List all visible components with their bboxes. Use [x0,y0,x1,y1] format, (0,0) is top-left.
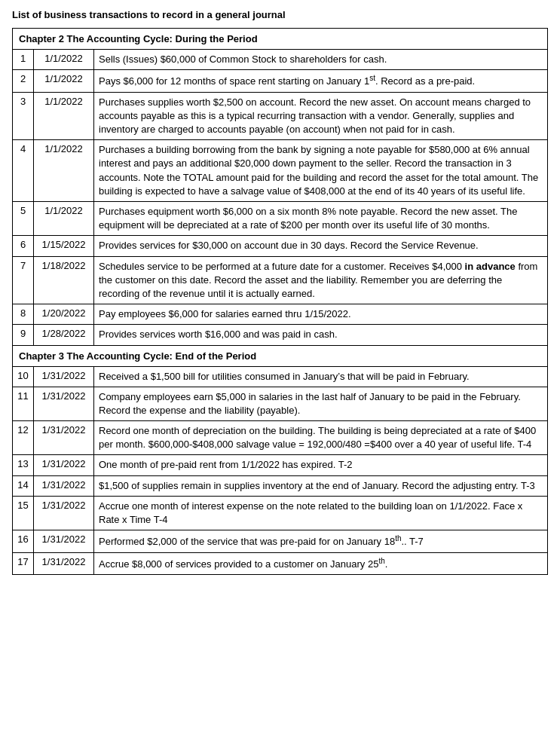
row-description: Performed $2,000 of the service that was… [94,530,548,553]
row-description: Accrue one month of interest expense on … [94,496,548,530]
row-description: Purchases a building borrowing from the … [94,140,548,202]
table-row: 11/1/2022Sells (Issues) $60,000 of Commo… [13,50,548,70]
row-number: 7 [13,256,34,304]
row-number: 13 [13,455,34,475]
row-number: 6 [13,236,34,256]
row-date: 1/20/2022 [34,304,94,325]
row-number: 15 [13,496,34,530]
table-row: 71/18/2022Schedules service to be perfor… [13,256,548,304]
table-row: 111/31/2022Company employees earn $5,000… [13,387,548,420]
row-number: 2 [13,70,34,93]
table-row: 121/31/2022Record one month of depreciat… [13,421,548,455]
table-row: 171/31/2022Accrue $8,000 of services pro… [13,552,548,575]
row-description: Provides services for $30,000 on account… [94,236,548,256]
row-description: Purchases supplies worth $2,500 on accou… [94,92,548,140]
row-description: Provides services worth $16,000 and was … [94,325,548,345]
row-date: 1/31/2022 [34,475,94,496]
transactions-table: Chapter 2 The Accounting Cycle: During t… [12,28,548,575]
row-date: 1/1/2022 [34,70,94,93]
row-number: 8 [13,304,34,325]
row-date: 1/1/2022 [34,140,94,202]
chapter-header-1: Chapter 2 The Accounting Cycle: During t… [13,29,548,50]
table-row: 131/31/2022One month of pre-paid rent fr… [13,455,548,475]
row-description: Pay employees $6,000 for salaries earned… [94,304,548,325]
chapter-title-2: Chapter 3 The Accounting Cycle: End of t… [13,345,548,366]
row-date: 1/1/2022 [34,92,94,140]
table-row: 21/1/2022Pays $6,000 for 12 months of sp… [13,70,548,93]
row-date: 1/31/2022 [34,366,94,387]
row-date: 1/31/2022 [34,421,94,455]
table-row: 91/28/2022Provides services worth $16,00… [13,325,548,345]
row-number: 10 [13,366,34,387]
table-row: 31/1/2022Purchases supplies worth $2,500… [13,92,548,140]
row-date: 1/18/2022 [34,256,94,304]
row-description: Pays $6,000 for 12 months of space rent … [94,70,548,93]
row-date: 1/1/2022 [34,202,94,236]
row-description: $1,500 of supplies remain in supplies in… [94,475,548,496]
row-date: 1/31/2022 [34,455,94,475]
row-description: Purchases equipment worth $6,000 on a si… [94,202,548,236]
row-date: 1/1/2022 [34,50,94,70]
row-description: Schedules service to be performed at a f… [94,256,548,304]
row-number: 3 [13,92,34,140]
table-row: 161/31/2022Performed $2,000 of the servi… [13,530,548,553]
table-row: 141/31/2022$1,500 of supplies remain in … [13,475,548,496]
row-number: 16 [13,530,34,553]
row-date: 1/15/2022 [34,236,94,256]
row-description: Accrue $8,000 of services provided to a … [94,552,548,575]
chapter-header-2: Chapter 3 The Accounting Cycle: End of t… [13,345,548,366]
row-date: 1/31/2022 [34,530,94,553]
row-date: 1/31/2022 [34,552,94,575]
table-row: 101/31/2022Received a $1,500 bill for ut… [13,366,548,387]
row-number: 17 [13,552,34,575]
row-description: Received a $1,500 bill for utilities con… [94,366,548,387]
row-description: One month of pre-paid rent from 1/1/2022… [94,455,548,475]
row-number: 9 [13,325,34,345]
row-description: Sells (Issues) $60,000 of Common Stock t… [94,50,548,70]
row-number: 1 [13,50,34,70]
table-row: 81/20/2022Pay employees $6,000 for salar… [13,304,548,325]
table-row: 151/31/2022Accrue one month of interest … [13,496,548,530]
table-row: 61/15/2022Provides services for $30,000 … [13,236,548,256]
row-date: 1/28/2022 [34,325,94,345]
table-row: 51/1/2022Purchases equipment worth $6,00… [13,202,548,236]
chapter-title-1: Chapter 2 The Accounting Cycle: During t… [13,29,548,50]
row-number: 11 [13,387,34,420]
row-date: 1/31/2022 [34,387,94,420]
row-number: 14 [13,475,34,496]
table-row: 41/1/2022Purchases a building borrowing … [13,140,548,202]
row-date: 1/31/2022 [34,496,94,530]
row-number: 5 [13,202,34,236]
row-description: Record one month of depreciation on the … [94,421,548,455]
page-title: List of business transactions to record … [12,9,548,20]
row-number: 4 [13,140,34,202]
row-number: 12 [13,421,34,455]
row-description: Company employees earn $5,000 in salarie… [94,387,548,420]
